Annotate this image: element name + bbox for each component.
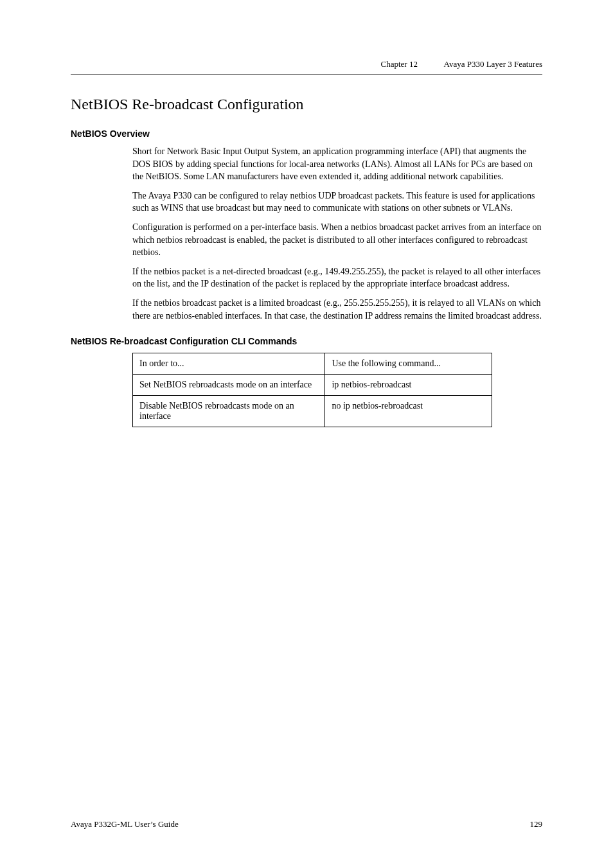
table-cell-command: ip netbios-rebroadcast xyxy=(325,375,492,396)
cli-heading: NetBIOS Re-broadcast Configuration CLI C… xyxy=(71,336,542,346)
page-header: Chapter 12 Avaya P330 Layer 3 Features xyxy=(71,59,542,75)
chapter-label: Chapter 12 xyxy=(381,59,418,69)
footer-text: Avaya P332G-ML User’s Guide xyxy=(71,819,179,829)
table-header-row: In order to... Use the following command… xyxy=(133,353,492,375)
overview-heading: NetBIOS Overview xyxy=(71,128,542,139)
page-number: 129 xyxy=(530,819,543,829)
table-row: Disable NetBIOS rebroadcasts mode on an … xyxy=(133,396,492,427)
table-cell-action: Set NetBIOS rebroadcasts mode on an inte… xyxy=(133,375,325,396)
overview-para-4: If the netbios packet is a net-directed … xyxy=(132,265,542,290)
section-title: NetBIOS Re-broadcast Configuration xyxy=(71,96,542,113)
table-header-col2: Use the following command... xyxy=(325,353,492,375)
overview-para-5: If the netbios broadcast packet is a lim… xyxy=(132,297,542,322)
overview-para-1: Short for Network Basic Input Output Sys… xyxy=(132,145,542,183)
page-footer: Avaya P332G-ML User’s Guide 129 xyxy=(71,819,542,829)
table-cell-command: no ip netbios-rebroadcast xyxy=(325,396,492,427)
overview-para-2: The Avaya P330 can be configured to rela… xyxy=(132,190,542,215)
table-header-col1: In order to... xyxy=(133,353,325,375)
overview-para-3: Configuration is performed on a per-inte… xyxy=(132,221,542,259)
table-row: Set NetBIOS rebroadcasts mode on an inte… xyxy=(133,375,492,396)
table-cell-action: Disable NetBIOS rebroadcasts mode on an … xyxy=(133,396,325,427)
cli-commands-table: In order to... Use the following command… xyxy=(132,353,492,427)
chapter-title: Avaya P330 Layer 3 Features xyxy=(443,59,542,69)
